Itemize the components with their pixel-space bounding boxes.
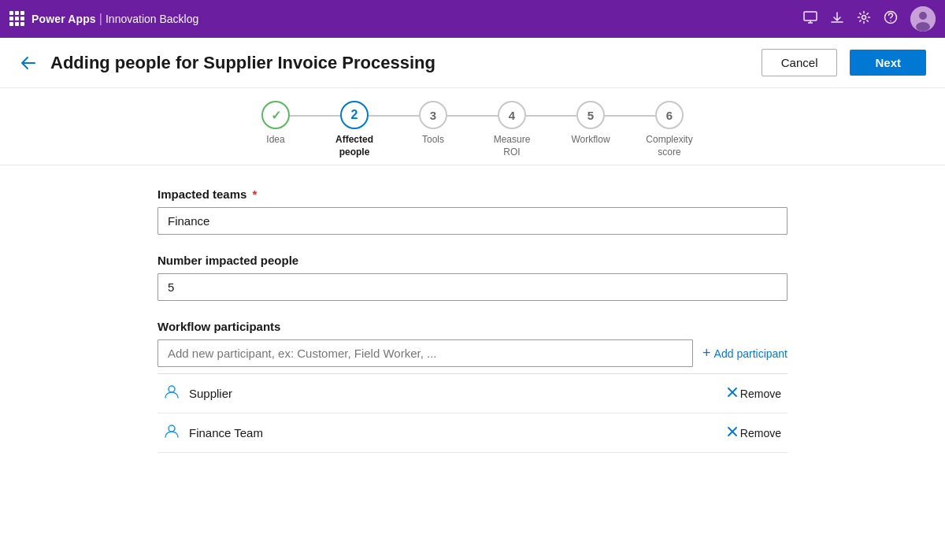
add-participant-input[interactable] — [158, 339, 693, 367]
required-indicator: * — [249, 187, 257, 201]
participant-list: Supplier Remove — [158, 373, 788, 453]
workflow-participants-field: Workflow participants + Add participant … — [158, 320, 788, 453]
brand-label: Power Apps — [32, 13, 96, 25]
download-icon[interactable] — [830, 10, 844, 28]
remove-finance-team-button[interactable]: Remove — [728, 427, 781, 439]
topbar: Power Apps | Innovation Backlog — [0, 0, 945, 38]
step-5-workflow: 5 Workflow — [551, 101, 630, 146]
svg-point-9 — [916, 22, 930, 32]
participant-item: Finance Team Remove — [158, 414, 788, 453]
step-6-complexity: 6 Complexityscore — [630, 101, 709, 158]
participant-input-wrapper — [158, 339, 693, 367]
next-button[interactable]: Next — [850, 50, 926, 76]
app-label: Innovation Backlog — [106, 13, 198, 25]
page-title: Adding people for Supplier Invoice Proce… — [50, 53, 749, 73]
participant-item: Supplier Remove — [158, 374, 788, 414]
plus-icon: + — [702, 345, 711, 362]
step-2-label: Affectedpeople — [335, 134, 373, 158]
number-impacted-field: Number impacted people — [158, 254, 788, 301]
impacted-teams-label: Impacted teams * — [158, 187, 788, 201]
step-4-label: MeasureROI — [494, 134, 531, 158]
step-1-idea: ✓ Idea — [236, 101, 315, 146]
number-impacted-input[interactable] — [158, 273, 788, 301]
svg-point-10 — [169, 386, 175, 392]
help-icon[interactable] — [884, 10, 898, 28]
settings-icon[interactable] — [857, 10, 871, 28]
svg-point-8 — [919, 12, 927, 20]
step-2-circle: 2 — [340, 101, 369, 129]
form-area: Impacted teams * Number impacted people … — [0, 165, 945, 491]
svg-point-13 — [169, 425, 175, 432]
step-6-circle: 6 — [655, 101, 684, 129]
cancel-button[interactable]: Cancel — [762, 49, 838, 76]
page-header: Adding people for Supplier Invoice Proce… — [0, 38, 945, 88]
step-4-measure-roi: 4 MeasureROI — [472, 101, 551, 158]
number-impacted-label: Number impacted people — [158, 254, 788, 267]
brand-separator: | — [99, 12, 102, 26]
step-3-tools: 3 Tools — [394, 101, 472, 146]
person-icon-finance-team — [164, 423, 180, 443]
step-2-affected-people: 2 Affectedpeople — [315, 101, 394, 158]
person-icon-supplier — [164, 384, 180, 403]
step-1-label: Idea — [266, 134, 284, 146]
x-icon-finance-team — [728, 427, 737, 439]
waffle-icon[interactable] — [9, 11, 25, 27]
topbar-actions — [803, 6, 936, 32]
step-6-label: Complexityscore — [646, 134, 692, 158]
add-participant-button[interactable]: + Add participant — [702, 345, 788, 362]
impacted-teams-field: Impacted teams * — [158, 187, 788, 235]
step-1-circle: ✓ — [261, 101, 290, 129]
participant-row-header: + Add participant — [158, 339, 788, 367]
svg-point-4 — [862, 16, 866, 20]
step-3-label: Tools — [422, 134, 444, 146]
workflow-participants-label: Workflow participants — [158, 320, 788, 333]
svg-rect-0 — [804, 12, 817, 20]
participant-name-supplier: Supplier — [189, 387, 718, 400]
avatar[interactable] — [910, 6, 936, 32]
back-button[interactable] — [19, 54, 38, 72]
step-5-label: Workflow — [571, 134, 610, 146]
step-3-circle: 3 — [419, 101, 447, 129]
impacted-teams-input[interactable] — [158, 207, 788, 235]
svg-point-6 — [890, 20, 891, 22]
x-icon-supplier — [728, 388, 737, 399]
participant-name-finance-team: Finance Team — [189, 426, 718, 439]
remove-supplier-button[interactable]: Remove — [728, 388, 781, 400]
step-5-circle: 5 — [576, 101, 605, 129]
stepper: ✓ Idea 2 Affectedpeople 3 Tools 4 Measur… — [0, 88, 945, 165]
step-4-circle: 4 — [498, 101, 526, 129]
screen-icon[interactable] — [803, 10, 817, 28]
